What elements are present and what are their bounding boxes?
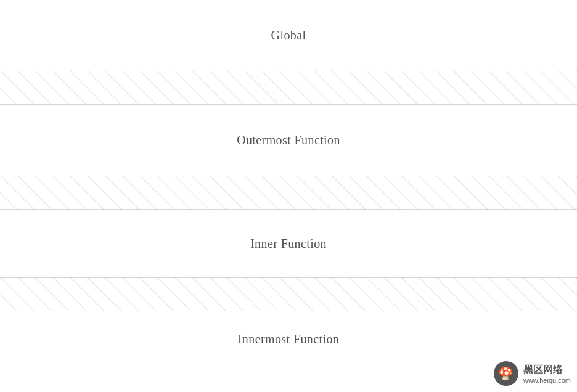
global-label: Global xyxy=(271,28,306,43)
watermark-url: www.heiqu.com xyxy=(523,377,571,384)
svg-rect-5 xyxy=(0,176,577,210)
svg-rect-1 xyxy=(0,71,577,105)
svg-rect-9 xyxy=(0,277,577,311)
hatch-stripe-2 xyxy=(0,176,577,210)
watermark-text: 黑区网络 www.heiqu.com xyxy=(523,364,571,384)
watermark: 🍄 黑区网络 www.heiqu.com xyxy=(494,361,571,386)
outermost-label: Outermost Function xyxy=(237,133,340,147)
hatch-svg-2 xyxy=(0,176,577,210)
innermost-section: Innermost Function xyxy=(0,311,577,367)
inner-label: Inner Function xyxy=(250,237,327,251)
innermost-label: Innermost Function xyxy=(238,332,339,346)
outermost-section: Outermost Function xyxy=(0,105,577,176)
hatch-svg-1 xyxy=(0,71,577,105)
watermark-logo: 🍄 xyxy=(494,361,518,386)
inner-section: Inner Function xyxy=(0,210,577,277)
watermark-site: 黑区网络 xyxy=(523,364,571,377)
hatch-svg-3 xyxy=(0,277,577,311)
global-section: Global xyxy=(0,0,577,71)
hatch-stripe-3 xyxy=(0,277,577,311)
diagram-container: Global Outermost Function xyxy=(0,0,577,392)
hatch-stripe-1 xyxy=(0,71,577,105)
